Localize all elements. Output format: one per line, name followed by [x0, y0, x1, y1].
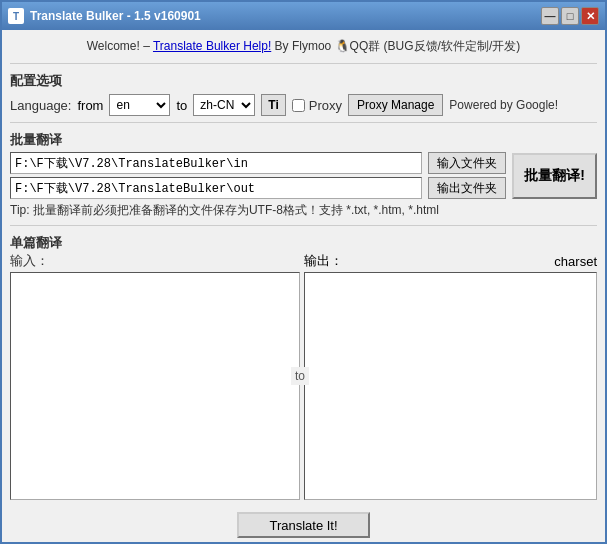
main-content: Welcome! – Translate Bulker Help! By Fly…: [2, 30, 605, 506]
qq-icon: 🐧: [335, 39, 350, 53]
divider-2: [10, 122, 597, 123]
proxy-manage-button[interactable]: Proxy Manage: [348, 94, 443, 116]
minimize-button[interactable]: —: [541, 7, 559, 25]
to-language-select[interactable]: zh-CN en zh-TW fr: [193, 94, 255, 116]
help-link[interactable]: Translate Bulker Help!: [153, 39, 271, 53]
welcome-bar: Welcome! – Translate Bulker Help! By Fly…: [10, 36, 597, 57]
window-controls: — □ ✕: [541, 7, 599, 25]
batch-translate-button[interactable]: 批量翻译!: [512, 153, 597, 199]
input-folder-button[interactable]: 输入文件夹: [428, 152, 506, 174]
translate-it-button[interactable]: Translate It!: [237, 512, 369, 538]
single-section-title: 单篇翻译: [10, 234, 597, 252]
tip-text: Tip: 批量翻译前必须把准备翻译的文件保存为UTF-8格式！支持 *.txt,…: [10, 202, 597, 219]
config-section-title: 配置选项: [10, 72, 597, 90]
powered-label: Powered by Google!: [449, 98, 558, 112]
welcome-prefix: Welcome! –: [87, 39, 153, 53]
bottom-bar: Translate It!: [2, 506, 605, 542]
input-panel: 输入：: [10, 252, 300, 500]
window-icon: T: [8, 8, 24, 24]
batch-section-title: 批量翻译: [10, 131, 597, 149]
batch-input-row: 输入文件夹: [10, 152, 506, 174]
proxy-label: Proxy: [309, 98, 342, 113]
single-output-area: [304, 272, 597, 500]
input-panel-label: 输入：: [10, 252, 300, 270]
proxy-checkbox-label[interactable]: Proxy: [292, 98, 342, 113]
from-label: from: [77, 98, 103, 113]
divider-1: [10, 63, 597, 64]
bug-text: (BUG反馈/软件定制/开发): [380, 39, 520, 53]
ti-button[interactable]: Ti: [261, 94, 285, 116]
to-connector: to: [291, 367, 309, 385]
charset-label: charset: [554, 254, 597, 269]
language-label: Language:: [10, 98, 71, 113]
config-section: Language: from en auto zh-CN fr de to zh…: [10, 94, 597, 116]
single-input-textarea[interactable]: [10, 272, 300, 500]
from-language-select[interactable]: en auto zh-CN fr de: [109, 94, 170, 116]
batch-section: 批量翻译 输入文件夹 输出文件夹 批量翻译! Tip: 批量翻译前必须把准备翻译…: [10, 129, 597, 219]
window-title: Translate Bulker - 1.5 v160901: [30, 9, 541, 23]
translate-panels: 输入： to 输出： charset: [10, 252, 597, 500]
divider-3: [10, 225, 597, 226]
output-panel-label: 输出：: [304, 252, 343, 270]
restore-button[interactable]: □: [561, 7, 579, 25]
title-bar: T Translate Bulker - 1.5 v160901 — □ ✕: [2, 2, 605, 30]
output-folder-button[interactable]: 输出文件夹: [428, 177, 506, 199]
batch-output-path[interactable]: [10, 177, 422, 199]
welcome-suffix: By Flymoo: [271, 39, 334, 53]
main-window: T Translate Bulker - 1.5 v160901 — □ ✕ W…: [0, 0, 607, 544]
close-button[interactable]: ✕: [581, 7, 599, 25]
to-connector-label: to: [176, 98, 187, 113]
batch-output-row: 输出文件夹: [10, 177, 506, 199]
proxy-checkbox[interactable]: [292, 99, 305, 112]
single-section: 单篇翻译 输入： to 输出： charset: [10, 232, 597, 500]
output-panel: 输出： charset: [304, 252, 597, 500]
output-header: 输出： charset: [304, 252, 597, 270]
batch-input-path[interactable]: [10, 152, 422, 174]
qq-text: QQ群: [350, 39, 381, 53]
